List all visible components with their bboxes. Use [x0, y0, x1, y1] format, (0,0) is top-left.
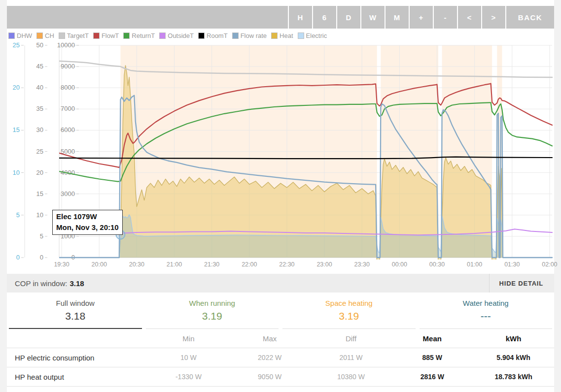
- legend-item-flow-rate[interactable]: Flow rate: [232, 32, 267, 39]
- svg-text:45: 45: [36, 63, 43, 70]
- row-cell: 5.904 kWh: [473, 354, 554, 361]
- row-label: HP heat output: [7, 373, 148, 381]
- legend-swatch-icon: [271, 33, 278, 39]
- toolbar-button-d[interactable]: D: [336, 6, 360, 29]
- svg-text:00:00: 00:00: [392, 261, 407, 268]
- tab-water-heating[interactable]: Water heating---: [420, 293, 553, 329]
- legend-item-electric[interactable]: Electric: [298, 32, 327, 39]
- svg-text:5: 5: [16, 211, 20, 219]
- tab-space-heating[interactable]: Space heating3.19: [282, 293, 416, 329]
- tab-label: Space heating: [282, 299, 416, 307]
- svg-text:6000: 6000: [61, 126, 75, 133]
- legend-item-outsidet[interactable]: OutsideT: [159, 32, 194, 39]
- row-cell: 2011 W: [311, 354, 392, 361]
- toolbar: H6DWM+-<>BACK: [7, 6, 554, 29]
- svg-text:01:30: 01:30: [504, 261, 520, 268]
- legend-item-returnt[interactable]: ReturnT: [123, 32, 155, 39]
- chart-tooltip: Elec 1079W Mon, Nov 3, 20:10: [52, 210, 123, 235]
- svg-text:30: 30: [36, 126, 43, 133]
- legend-label: FlowT: [102, 32, 119, 39]
- legend-label: Heat: [280, 32, 293, 39]
- legend-item-dhw[interactable]: DHW: [8, 32, 32, 39]
- table-header-diff: Diff: [311, 334, 392, 343]
- legend-item-flowt[interactable]: FlowT: [93, 32, 119, 39]
- toolbar-button-6[interactable]: 6: [312, 6, 336, 29]
- tab-value: 3.19: [146, 310, 279, 322]
- svg-text:8000: 8000: [61, 84, 75, 91]
- table-row: HP electric consumption10 W2022 W2011 W8…: [7, 348, 554, 367]
- svg-text:0: 0: [40, 254, 43, 261]
- toolbar-button-back[interactable]: BACK: [505, 6, 554, 29]
- tooltip-value: Elec 1079W: [56, 211, 119, 222]
- legend-item-ch[interactable]: CH: [36, 32, 54, 39]
- svg-text:25: 25: [36, 148, 43, 155]
- legend-item-targett[interactable]: TargetT: [59, 32, 89, 39]
- row-cell: 18.783 kWh: [473, 373, 554, 381]
- legend-item-heat[interactable]: Heat: [271, 32, 293, 39]
- toolbar-button-sym[interactable]: >: [481, 6, 505, 29]
- svg-text:10: 10: [13, 169, 20, 176]
- svg-text:01:00: 01:00: [467, 261, 482, 268]
- row-cell: 2816 W: [391, 373, 473, 381]
- legend-item-roomt[interactable]: RoomT: [198, 32, 228, 39]
- legend-label: CH: [45, 32, 54, 39]
- hide-detail-button[interactable]: HIDE DETAIL: [489, 274, 554, 293]
- svg-text:3000: 3000: [61, 190, 75, 197]
- cop-value: 3.18: [70, 279, 84, 288]
- tab-value: 3.18: [9, 310, 142, 322]
- tooltip-time: Mon, Nov 3, 20:10: [56, 222, 119, 233]
- svg-text:50: 50: [36, 42, 43, 49]
- table-header-kwh: kWh: [473, 334, 554, 343]
- legend-swatch-icon: [93, 33, 100, 39]
- table-header-row: MinMaxDiffMeankWh: [7, 329, 554, 348]
- svg-text:22:30: 22:30: [279, 261, 294, 268]
- svg-text:7000: 7000: [61, 105, 75, 112]
- chart-area[interactable]: 19:3020:0020:3021:0021:3022:0022:3023:00…: [0, 42, 561, 273]
- svg-text:22:00: 22:00: [242, 261, 257, 268]
- legend-label: ReturnT: [132, 32, 155, 39]
- row-cell: 10 W: [148, 354, 229, 361]
- cop-summary-tabs: Full window3.18When running3.19Space hea…: [7, 293, 554, 329]
- svg-text:15: 15: [36, 190, 43, 197]
- toolbar-button-sym[interactable]: +: [409, 6, 433, 29]
- svg-text:10: 10: [36, 211, 43, 219]
- chart-svg: 19:3020:0020:3021:0021:3022:0022:3023:00…: [0, 42, 561, 273]
- legend-swatch-icon: [159, 33, 166, 39]
- svg-text:0: 0: [16, 254, 20, 261]
- toolbar-button-sym[interactable]: <: [457, 6, 481, 29]
- row-cell: 2022 W: [229, 354, 311, 361]
- tab-value: 3.19: [282, 310, 416, 322]
- svg-text:35: 35: [36, 105, 43, 112]
- cop-bar: COP in window: 3.18 HIDE DETAIL: [7, 274, 554, 293]
- svg-text:21:00: 21:00: [167, 261, 182, 268]
- table-header-min: Min: [148, 334, 229, 343]
- row-cell: 10380 W: [311, 373, 392, 381]
- cop-summary: COP in window: 3.18: [7, 274, 84, 293]
- toolbar-buttons: H6DWM+-<>BACK: [288, 6, 554, 29]
- toolbar-button-h[interactable]: H: [288, 6, 312, 29]
- row-cell: 885 W: [391, 354, 473, 361]
- svg-text:15: 15: [13, 126, 20, 133]
- svg-text:5: 5: [40, 232, 43, 240]
- tab-full-window[interactable]: Full window3.18: [9, 293, 142, 329]
- chart-legend: DHWCHTargetTFlowTReturnTOutsideTRoomTFlo…: [8, 31, 331, 40]
- tab-label: Full window: [9, 299, 142, 307]
- toolbar-button-sym[interactable]: -: [433, 6, 457, 29]
- legend-swatch-icon: [36, 33, 43, 39]
- legend-swatch-icon: [123, 33, 130, 39]
- detail-table: MinMaxDiffMeankWh HP electric consumptio…: [7, 329, 554, 392]
- row-label: HP electric consumption: [7, 354, 148, 362]
- svg-text:02:00: 02:00: [542, 261, 557, 268]
- svg-text:23:30: 23:30: [354, 261, 370, 268]
- table-body: HP electric consumption10 W2022 W2011 W8…: [7, 348, 554, 392]
- legend-swatch-icon: [59, 33, 65, 39]
- legend-label: Electric: [306, 32, 327, 39]
- svg-text:23:00: 23:00: [316, 261, 332, 268]
- toolbar-button-w[interactable]: W: [360, 6, 385, 29]
- svg-text:00:30: 00:30: [429, 261, 445, 268]
- tab-when-running[interactable]: When running3.19: [146, 293, 279, 329]
- table-row: HP heat output-1330 W9050 W10380 W2816 W…: [7, 367, 554, 387]
- table-header-mean: Mean: [391, 334, 473, 343]
- legend-swatch-icon: [232, 33, 239, 39]
- toolbar-button-m[interactable]: M: [385, 6, 409, 29]
